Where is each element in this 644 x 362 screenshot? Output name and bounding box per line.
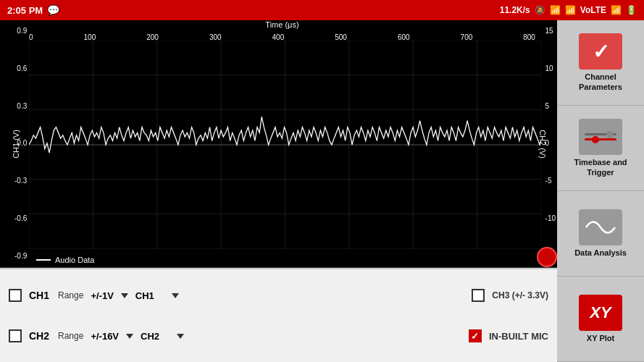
sidebar: ✓ ChannelParameters Timebase andTrigger [557, 20, 644, 362]
ch1-range-value: +/-1V [91, 290, 113, 301]
wifi-icon: 📶 [550, 5, 561, 15]
timebase-label: Timebase andTrigger [574, 158, 627, 177]
inbuilt-mic-label: IN-BUILT MIC [489, 331, 548, 342]
slider-dot-1 [606, 131, 614, 138]
waveform-chart [29, 41, 541, 249]
network-speed: 11.2K/s [500, 5, 530, 15]
data-analysis-label: Data Analysis [574, 248, 627, 258]
status-right: 11.2K/s 🔕 📶 📶 VoLTE 📶 🔋 [500, 5, 637, 15]
channel-params-icon-box: ✓ [579, 33, 622, 70]
ch2-select-value: CH2 [141, 331, 170, 342]
slider-line-1 [585, 133, 616, 135]
chart-container: Time (μs) 0 100 200 300 400 500 600 700 … [0, 20, 557, 268]
main-layout: Time (μs) 0 100 200 300 400 500 600 700 … [0, 20, 644, 362]
ch3-label: CH3 (+/- 3.3V) [492, 290, 548, 300]
inbuilt-mic-checkbox[interactable] [469, 329, 482, 342]
wave-svg [582, 213, 619, 242]
sidebar-item-data-analysis[interactable]: Data Analysis [557, 191, 644, 277]
status-bar: 2:05 PM 💬 11.2K/s 🔕 📶 📶 VoLTE 📶 🔋 [0, 0, 644, 20]
ch2-range-text: Range [58, 331, 83, 341]
ch1-checkbox[interactable] [9, 289, 22, 302]
bottom-controls: CH1 Range +/-1V CH1 CH3 (+/- 3.3V) CH2 R… [0, 268, 557, 362]
record-button[interactable] [537, 247, 557, 267]
audio-legend-line [36, 259, 51, 261]
audio-legend-text: Audio Data [55, 256, 94, 264]
slider-dot-2 [592, 136, 599, 143]
audio-legend: Audio Data [36, 256, 94, 264]
battery-icon: 🔋 [626, 5, 637, 15]
ch2-range-value: +/-16V [91, 331, 119, 342]
ch2-row: CH2 Range +/-16V CH2 IN-BUILT MIC [9, 329, 548, 342]
sidebar-item-timebase[interactable]: Timebase andTrigger [557, 106, 644, 191]
data-analysis-icon-box [579, 209, 622, 245]
channel-params-label: ChannelParameters [579, 72, 622, 91]
ch1-row: CH1 Range +/-1V CH1 CH3 (+/- 3.3V) [9, 289, 548, 302]
checkmark-icon: ✓ [593, 40, 609, 64]
slider-line-2 [585, 138, 616, 140]
signal-icon: 📶 [565, 5, 576, 15]
status-left: 2:05 PM 💬 [7, 4, 59, 16]
ch3-checkbox[interactable] [472, 289, 485, 302]
xy-plot-label: XY Plot [587, 334, 614, 343]
ch1-select-value: CH1 [135, 290, 164, 301]
ch2-select-dropdown[interactable] [177, 334, 184, 339]
ch1-range-text: Range [58, 290, 83, 300]
signal2-icon: 📶 [611, 5, 622, 15]
ch2-range-dropdown[interactable] [126, 334, 133, 339]
ch2-checkbox[interactable] [9, 329, 22, 342]
ch1-select-dropdown[interactable] [172, 293, 179, 298]
whatsapp-icon: 💬 [47, 4, 59, 16]
timebase-icon-box [579, 119, 622, 155]
carrier-label: VoLTE [580, 5, 606, 15]
time-axis-label: Time (μs) [29, 20, 535, 29]
sliders-icon [580, 129, 621, 145]
osc-area: Time (μs) 0 100 200 300 400 500 600 700 … [0, 20, 557, 362]
y-axis-left: 0.9 0.6 0.3 0.0 -0.3 -0.6 -0.9 [14, 28, 27, 260]
ch2-label: CH2 [29, 330, 51, 342]
sidebar-item-channel-params[interactable]: ✓ ChannelParameters [557, 20, 644, 106]
sidebar-item-xy-plot[interactable]: XY XY Plot [557, 277, 644, 362]
bell-icon: 🔕 [535, 5, 545, 15]
ch1-label: CH1 [29, 290, 51, 301]
ch1-range-dropdown[interactable] [121, 293, 128, 298]
xy-icon: XY [579, 295, 622, 331]
time-display: 2:05 PM [7, 5, 43, 16]
